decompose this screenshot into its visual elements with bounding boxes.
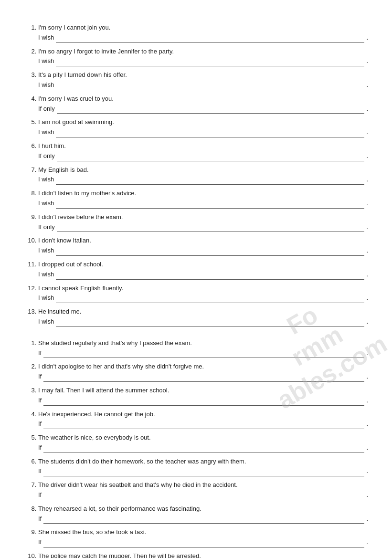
answer-dot: . [366, 33, 368, 43]
answer-dot: . [366, 514, 368, 524]
sentence-text: The students didn't do their homework, s… [38, 457, 368, 467]
answer-prefix: If [38, 348, 42, 358]
list-item: They rehearsed a lot, so their performan… [38, 504, 368, 524]
answer-blank [43, 374, 364, 382]
sentence-text: The police may catch the mugger. Then he… [38, 551, 368, 558]
list-item: The students didn't do their homework, s… [38, 457, 368, 477]
answer-dot: . [366, 443, 368, 453]
answer-dot: . [366, 537, 368, 547]
sentence-text: I didn't revise before the exam. [38, 212, 368, 222]
answer-prefix: I wish [38, 270, 54, 280]
answer-blank [56, 272, 364, 280]
answer-prefix: I wish [38, 56, 54, 66]
answer-dot: . [366, 348, 368, 358]
list-item: I cannot speak English fluently.I wish. [38, 284, 368, 304]
answer-prefix: I wish [38, 33, 54, 43]
answer-dot: . [366, 419, 368, 429]
section-2: She studied regularly and that's why I p… [24, 338, 368, 558]
answer-dot: . [366, 293, 368, 303]
list-item: I didn't listen to my mother's advice.I … [38, 189, 368, 209]
answer-blank [57, 224, 365, 232]
list-item: I didn't revise before the exam.If only. [38, 212, 368, 232]
list-item: I'm so angry I forgot to invite Jennifer… [38, 47, 368, 67]
answer-dot: . [366, 151, 368, 161]
sentence-text: They rehearsed a lot, so their performan… [38, 504, 368, 514]
answer-blank [56, 319, 364, 327]
answer-prefix: If [38, 443, 42, 453]
answer-prefix: I wish [38, 293, 54, 303]
list-item: I may fail. Then I will attend the summe… [38, 386, 368, 406]
answer-blank [56, 248, 364, 256]
answer-prefix: I wish [38, 80, 54, 90]
answer-dot: . [366, 372, 368, 382]
answer-prefix: If [38, 537, 42, 547]
answer-dot: . [366, 175, 368, 185]
answer-prefix: If [38, 514, 42, 524]
answer-prefix: If only [38, 222, 55, 232]
sentence-text: I may fail. Then I will attend the summe… [38, 386, 368, 396]
answer-blank [43, 493, 364, 500]
answer-prefix: I wish [38, 246, 54, 256]
section-1: I'm sorry I cannot join you.I wish.I'm s… [24, 23, 368, 327]
answer-blank [43, 445, 364, 453]
list-item: The police may catch the mugger. Then he… [38, 551, 368, 558]
answer-dot: . [366, 396, 368, 406]
list-item: She studied regularly and that's why I p… [38, 338, 368, 358]
answer-blank [43, 398, 364, 406]
sentence-text: She studied regularly and that's why I p… [38, 338, 368, 348]
answer-prefix: If [38, 419, 42, 429]
answer-dot: . [366, 80, 368, 90]
answer-prefix: I wish [38, 199, 54, 209]
sentence-text: I'm so angry I forgot to invite Jennifer… [38, 47, 368, 57]
list-item: My English is bad.I wish. [38, 165, 368, 185]
sentence-text: I don't know Italian. [38, 236, 368, 246]
sentence-text: I didn't apologise to her and that's why… [38, 362, 368, 372]
answer-blank [56, 130, 364, 137]
list-item: The weather is nice, so everybody is out… [38, 433, 368, 453]
list-item: He insulted me.I wish. [38, 307, 368, 327]
answer-dot: . [366, 317, 368, 327]
answer-dot: . [366, 490, 368, 500]
answer-prefix: I wish [38, 175, 54, 185]
answer-blank [43, 350, 364, 358]
sentence-text: He insulted me. [38, 307, 368, 317]
answer-dot: . [366, 104, 368, 114]
answer-blank [56, 59, 364, 66]
list-item: I didn't apologise to her and that's why… [38, 362, 368, 382]
sentence-text: She missed the bus, so she took a taxi. [38, 527, 368, 537]
list-item: I don't know Italian.I wish. [38, 236, 368, 256]
answer-blank [56, 295, 364, 303]
answer-blank [43, 469, 364, 476]
sentence-text: The driver didn't wear his seatbelt and … [38, 480, 368, 490]
sentence-text: It's a pity I turned down his offer. [38, 70, 368, 80]
answer-prefix: I wish [38, 127, 54, 137]
list-item: I am not good at swimming.I wish. [38, 117, 368, 137]
answer-blank [57, 154, 365, 161]
list-item: He's inexperienced. He cannot get the jo… [38, 410, 368, 430]
sentence-text: The weather is nice, so everybody is out… [38, 433, 368, 443]
sentence-text: I'm sorry I cannot join you. [38, 23, 368, 33]
answer-blank [57, 106, 365, 114]
answer-dot: . [366, 466, 368, 476]
answer-prefix: I wish [38, 317, 54, 327]
answer-dot: . [366, 222, 368, 232]
sentence-text: I am not good at swimming. [38, 117, 368, 127]
sentence-text: I hurt him. [38, 141, 368, 151]
answer-prefix: If only [38, 151, 55, 161]
answer-blank [56, 201, 364, 209]
list-item: The driver didn't wear his seatbelt and … [38, 480, 368, 500]
sentence-text: I didn't listen to my mother's advice. [38, 189, 368, 199]
answer-blank [56, 177, 364, 185]
list-item: I'm sorry I was cruel to you.If only. [38, 94, 368, 114]
sentence-text: I cannot speak English fluently. [38, 284, 368, 294]
sentence-text: I dropped out of school. [38, 260, 368, 270]
answer-blank [56, 35, 364, 43]
answer-dot: . [366, 56, 368, 66]
list-item: I hurt him.If only. [38, 141, 368, 161]
answer-dot: . [366, 127, 368, 137]
answer-prefix: If [38, 396, 42, 406]
answer-prefix: If [38, 490, 42, 500]
list-item: I'm sorry I cannot join you.I wish. [38, 23, 368, 43]
list-item: She missed the bus, so she took a taxi.I… [38, 527, 368, 547]
answer-dot: . [366, 246, 368, 256]
